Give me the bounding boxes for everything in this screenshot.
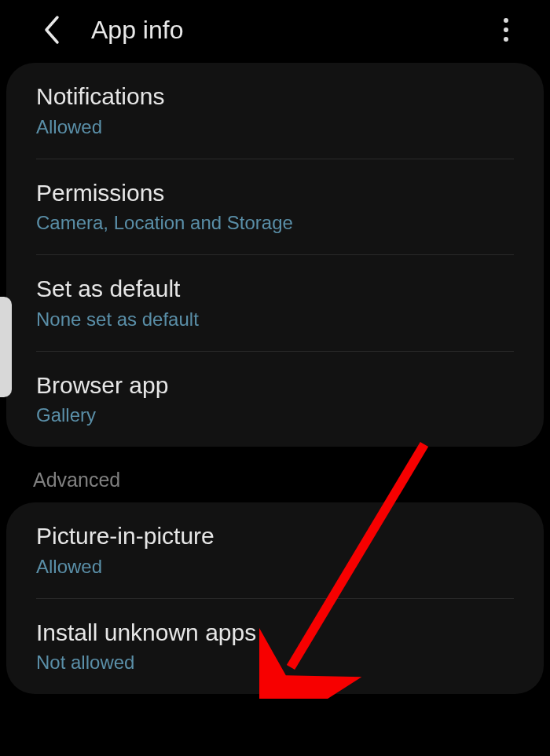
row-notifications[interactable]: Notifications Allowed: [6, 63, 544, 159]
section-header-advanced: Advanced: [0, 447, 550, 502]
row-picture-in-picture[interactable]: Picture-in-picture Allowed: [6, 502, 544, 598]
back-button[interactable]: [35, 13, 69, 47]
page-title: App info: [91, 16, 183, 45]
settings-card-main: Notifications Allowed Permissions Camera…: [6, 63, 544, 447]
row-label: Picture-in-picture: [36, 521, 514, 551]
more-vertical-icon: [504, 18, 508, 42]
scroll-handle[interactable]: [0, 297, 12, 397]
row-install-unknown-apps[interactable]: Install unknown apps Not allowed: [6, 599, 544, 695]
row-label: Install unknown apps: [36, 618, 514, 648]
row-label: Set as default: [36, 274, 514, 304]
row-subtext: Camera, Location and Storage: [36, 212, 514, 234]
back-chevron-icon: [42, 14, 61, 46]
row-set-as-default[interactable]: Set as default None set as default: [6, 255, 544, 351]
app-bar: App info: [0, 0, 550, 63]
settings-card-advanced: Picture-in-picture Allowed Install unkno…: [6, 502, 544, 694]
row-subtext: Gallery: [36, 404, 514, 426]
row-subtext: Allowed: [36, 556, 514, 578]
row-label: Permissions: [36, 178, 514, 208]
row-permissions[interactable]: Permissions Camera, Location and Storage: [6, 159, 544, 255]
more-options-button[interactable]: [490, 14, 522, 46]
row-label: Browser app: [36, 371, 514, 400]
row-browser-app[interactable]: Browser app Gallery: [6, 352, 544, 447]
row-label: Notifications: [36, 82, 514, 111]
row-subtext: Allowed: [36, 116, 514, 138]
row-subtext: None set as default: [36, 309, 514, 331]
row-subtext: Not allowed: [36, 652, 514, 674]
